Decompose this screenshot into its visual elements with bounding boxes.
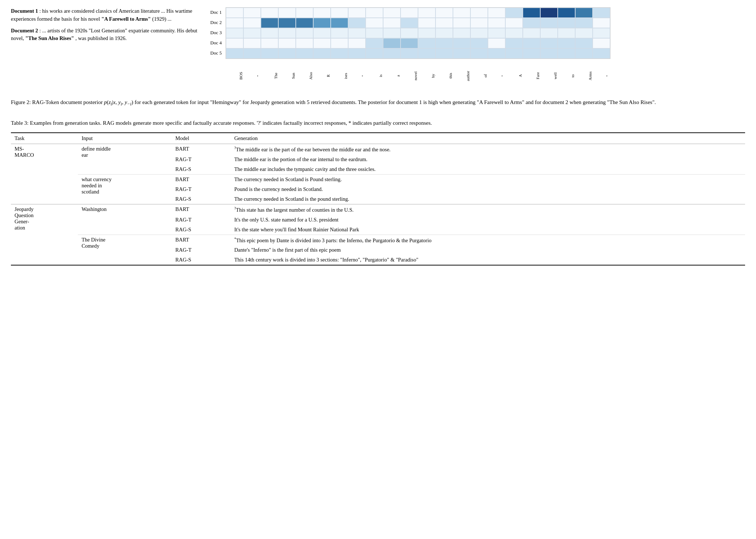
heatmap-cell (523, 48, 540, 59)
heatmap-cell (313, 38, 331, 48)
heatmap-cell (401, 48, 418, 59)
heatmap-cell (348, 8, 366, 18)
doc2-label: Document 2 (11, 28, 38, 33)
table-row: The DivineComedy BART *This epic poem by… (11, 235, 745, 245)
gen-rags-1: The middle ear includes the tympanic cav… (231, 164, 745, 175)
heatmap-cell (366, 28, 383, 38)
heatmap-cell (593, 48, 610, 59)
heatmap-cell (401, 18, 418, 28)
heatmap-cell (418, 38, 435, 48)
heatmap-cell (558, 48, 575, 59)
heatmap-cell (226, 48, 243, 59)
heatmap-cell (523, 18, 540, 28)
heatmap-cell (243, 48, 261, 59)
input-washington: Washington (78, 204, 172, 235)
heatmap-cell (575, 38, 593, 48)
heatmap-cell (226, 28, 243, 38)
heatmap-cell (348, 48, 366, 59)
col-header-task: Task (11, 133, 78, 144)
heatmap-cell (470, 48, 488, 59)
doc2-block: Document 2 : ... artists of the 1920s "L… (11, 27, 200, 43)
heatmap-cell (261, 28, 278, 38)
heatmap-col-label: The (260, 60, 278, 91)
heatmap-cell (278, 28, 296, 38)
heatmap-col-label: Fare (522, 60, 540, 91)
heatmap-cell (435, 48, 453, 59)
heatmap-cell (296, 18, 313, 28)
heatmap-cell (488, 38, 505, 48)
doc2-text2: , was published in 1926. (75, 35, 127, 41)
heatmap-cell (435, 28, 453, 38)
heatmap-cell (296, 8, 313, 18)
model-ragt-1: RAG-T (172, 155, 231, 164)
heatmap-cell (453, 48, 470, 59)
row-label-5: Doc 5 (210, 48, 223, 58)
heatmap-cell (470, 8, 488, 18)
gen-ragt-4: Dante's "Inferno" is the first part of t… (231, 245, 745, 255)
input-define-middle-ear: define middleear (78, 144, 172, 175)
heatmap-cell (505, 48, 523, 59)
heatmap-cell (540, 28, 558, 38)
heatmap-col-label: " (348, 60, 365, 91)
heatmap-cell (313, 8, 331, 18)
row-label-1: Doc 1 (210, 7, 223, 17)
heatmap-cell (540, 38, 558, 48)
table-row: MS-MARCO define middleear BART ?The midd… (11, 144, 745, 155)
heatmap-col-label: Also (295, 60, 313, 91)
heatmap-cell (383, 48, 401, 59)
heatmap-cell (296, 48, 313, 59)
heatmap-cell (470, 18, 488, 28)
gen-rags-2: The currency needed in Scotland is the p… (231, 194, 745, 204)
table-row: what currencyneeded inscotland BART The … (11, 174, 745, 184)
heatmap-cell (435, 38, 453, 48)
heatmap-cell (418, 48, 435, 59)
heatmap-col-label: by (418, 60, 435, 91)
heatmap-cell (331, 48, 348, 59)
heatmap-cell (558, 18, 575, 28)
heatmap-cell (331, 38, 348, 48)
heatmap-cell (505, 18, 523, 28)
heatmap-cell (226, 18, 243, 28)
model-rags-2: RAG-S (172, 194, 231, 204)
heatmap-cell (505, 38, 523, 48)
documents-text: Document 1 : his works are considered cl… (11, 7, 200, 91)
model-ragt-3: RAG-T (172, 215, 231, 225)
gen-ragt-3: It's the only U.S. state named for a U.S… (231, 215, 745, 225)
heatmap-cell (366, 48, 383, 59)
heatmap-cell (505, 8, 523, 18)
heatmap-cell (523, 28, 540, 38)
heatmap-cell (331, 18, 348, 28)
heatmap-cell (348, 28, 366, 38)
heatmap-cell (523, 8, 540, 18)
heatmap-cell (540, 48, 558, 59)
heatmap-cell (435, 8, 453, 18)
table-header-row: Task Input Model Generation (11, 133, 745, 144)
heatmap-col-label: well (540, 60, 557, 91)
gen-rags-3: It's the state where you'll find Mount R… (231, 225, 745, 235)
heatmap-cell (226, 8, 243, 18)
heatmap-cell (505, 28, 523, 38)
doc1-label: Document 1 (11, 8, 38, 14)
heatmap-cell (575, 28, 593, 38)
heatmap-cell (418, 18, 435, 28)
heatmap-cell (243, 38, 261, 48)
heatmap-cell (383, 18, 401, 28)
top-section: Document 1 : his works are considered cl… (11, 7, 745, 91)
heatmap-cell (348, 38, 366, 48)
gen-ragt-2: Pound is the currency needed in Scotland… (231, 184, 745, 194)
gen-bart-1: ?The middle ear is the part of the ear b… (231, 144, 745, 155)
doc2-bold: "The Sun Also Rises" (25, 35, 74, 41)
heatmap-cell (470, 38, 488, 48)
heatmap-cell (348, 18, 366, 28)
heatmap-cell (383, 38, 401, 48)
heatmap-cell (243, 28, 261, 38)
heatmap-cell (366, 18, 383, 28)
heatmap-cell (488, 28, 505, 38)
input-divine-comedy: The DivineComedy (78, 235, 172, 265)
heatmap-col-label: is (365, 60, 383, 91)
heatmap-cell (296, 38, 313, 48)
row-label-4: Doc 4 (210, 38, 223, 48)
model-rags-1: RAG-S (172, 164, 231, 175)
heatmap-container: Doc 1 Doc 2 Doc 3 Doc 4 Doc 5 BOS"TheSun… (211, 7, 745, 91)
doc1-block: Document 1 : his works are considered cl… (11, 7, 200, 23)
